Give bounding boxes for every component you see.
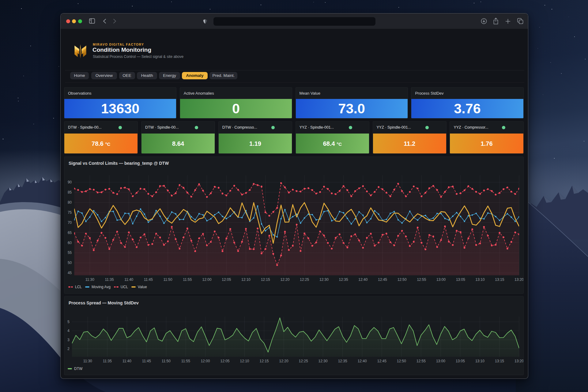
svg-text:3: 3	[67, 338, 70, 342]
svg-text:12:50: 12:50	[398, 277, 407, 281]
svg-text:13:10: 13:10	[476, 277, 485, 281]
svg-text:11:35: 11:35	[105, 277, 114, 281]
svg-text:5: 5	[67, 320, 70, 324]
svg-text:13:15: 13:15	[495, 359, 504, 363]
svg-text:12:55: 12:55	[417, 277, 426, 281]
svg-text:12:30: 12:30	[318, 359, 328, 363]
svg-text:12:15: 12:15	[261, 277, 270, 281]
svg-text:12:35: 12:35	[338, 359, 347, 363]
svg-text:11:35: 11:35	[103, 359, 112, 363]
svg-text:12:20: 12:20	[279, 359, 288, 363]
svg-text:12:00: 12:00	[202, 277, 212, 281]
svg-text:11:55: 11:55	[183, 277, 192, 281]
svg-text:11:50: 11:50	[162, 359, 171, 363]
svg-text:13:00: 13:00	[436, 277, 446, 281]
svg-text:13:05: 13:05	[456, 277, 465, 281]
svg-text:75: 75	[68, 210, 72, 215]
svg-text:65: 65	[68, 230, 72, 235]
svg-text:13:00: 13:00	[436, 359, 445, 363]
svg-text:12:25: 12:25	[300, 277, 309, 281]
svg-text:55: 55	[68, 251, 72, 255]
svg-text:12:45: 12:45	[377, 359, 386, 363]
svg-text:70: 70	[68, 220, 72, 224]
svg-text:60: 60	[68, 240, 72, 245]
svg-text:13:20: 13:20	[514, 277, 524, 281]
svg-text:12:35: 12:35	[339, 277, 348, 281]
svg-text:11:45: 11:45	[144, 277, 153, 281]
svg-text:11:40: 11:40	[124, 277, 133, 281]
svg-text:12:30: 12:30	[319, 277, 329, 281]
svg-text:12:40: 12:40	[358, 277, 368, 281]
svg-text:12:05: 12:05	[222, 277, 231, 281]
svg-text:45: 45	[68, 271, 72, 275]
svg-text:80: 80	[68, 200, 72, 205]
svg-text:90: 90	[68, 180, 72, 184]
svg-text:12:05: 12:05	[220, 359, 229, 363]
svg-text:2: 2	[67, 347, 70, 351]
svg-text:13:20: 13:20	[514, 359, 524, 363]
svg-text:12:40: 12:40	[358, 359, 367, 363]
svg-text:50: 50	[68, 261, 72, 265]
svg-text:12:25: 12:25	[299, 359, 308, 363]
svg-text:11:50: 11:50	[164, 277, 172, 281]
svg-text:12:50: 12:50	[397, 359, 406, 363]
svg-text:12:55: 12:55	[417, 359, 426, 363]
svg-text:11:30: 11:30	[83, 359, 92, 363]
svg-text:12:10: 12:10	[240, 359, 249, 363]
svg-text:4: 4	[67, 329, 70, 333]
svg-text:11:30: 11:30	[85, 277, 94, 281]
svg-text:12:20: 12:20	[280, 277, 289, 281]
svg-text:13:05: 13:05	[456, 359, 465, 363]
svg-text:12:10: 12:10	[241, 277, 251, 281]
svg-text:11:40: 11:40	[123, 359, 131, 363]
svg-text:11:45: 11:45	[142, 359, 151, 363]
svg-text:12:15: 12:15	[259, 359, 269, 363]
svg-text:12:45: 12:45	[378, 277, 387, 281]
svg-text:11:55: 11:55	[181, 359, 190, 363]
svg-text:13:10: 13:10	[475, 359, 484, 363]
svg-text:85: 85	[68, 190, 72, 194]
svg-text:13:15: 13:15	[495, 277, 504, 281]
svg-text:12:00: 12:00	[201, 359, 210, 363]
